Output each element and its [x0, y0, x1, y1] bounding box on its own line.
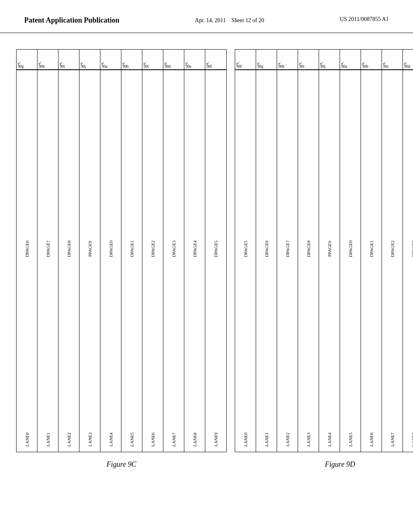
- col-lane-label: LANE2: [58, 428, 79, 452]
- col-id-label: 90g↙: [256, 50, 277, 70]
- col-lane-label: LANE9: [205, 428, 226, 452]
- col-lane-label: LANE3: [79, 428, 100, 452]
- col-id-label: 90h↙: [277, 50, 298, 70]
- col-dpage-label: DPAGE0: [100, 70, 121, 428]
- diagram-col: 90c↙DPAGE2LANE6: [142, 50, 163, 452]
- col-lane-label: LANE5: [121, 428, 142, 452]
- col-lane-label: LANE1: [38, 428, 58, 452]
- col-dpage-label: DPAGE7: [277, 70, 298, 428]
- figure-9d-label: Figure 9D: [325, 460, 355, 469]
- col-lane-label: LANE1: [256, 428, 277, 452]
- diagram-col: 90e↙DPAGE4LANE8: [184, 50, 205, 452]
- col-id-label: 90g↙: [17, 50, 37, 70]
- col-lane-label: LANE8: [403, 428, 413, 452]
- col-id-label: 90e↙: [184, 50, 205, 70]
- sheet-info: Sheet 12 of 20: [232, 17, 264, 23]
- col-id-label: 90c↙: [142, 50, 163, 70]
- figure-9c-diagram: 90g↙DPAGE6LANE090h↙DPAGE7LANE190i↙DPAGE8…: [16, 49, 227, 452]
- col-dpage-label: PPAGE9: [319, 70, 340, 428]
- col-id-label: 90d↙: [163, 50, 184, 70]
- diagram-col: 90a↙DPAGE0LANE5: [340, 50, 361, 452]
- col-dpage-label: DPAGE8: [58, 70, 79, 428]
- col-id-label: 90j↙: [319, 50, 340, 70]
- col-lane-label: LANE3: [298, 428, 319, 452]
- col-dpage-label: DPAGE3: [403, 70, 413, 428]
- diagram-col: 90j↙PPAGE9LANE4: [319, 50, 340, 452]
- diagram-col: 90f↙DPAGE5LANE9: [205, 50, 226, 452]
- diagram-col: 90g↙DPAGE6LANE1: [256, 50, 277, 452]
- col-id-label: 90f↙: [205, 50, 226, 70]
- col-dpage-label: DPAGE6: [17, 70, 37, 428]
- diagram-col: 90b↙DPAGE1LANE5: [121, 50, 142, 452]
- col-dpage-label: DPAGE2: [382, 70, 403, 428]
- figure-9d-container: 90f↙DPAGE5LANE090g↙DPAGE6LANE190h↙DPAGE7…: [235, 49, 413, 501]
- col-id-label: 90b↙: [121, 50, 142, 70]
- diagram-col: 90d↙DPAGE3LANE7: [163, 50, 184, 452]
- col-id-label: 90f↙: [235, 50, 256, 70]
- col-dpage-label: DPAGE4: [184, 70, 205, 428]
- col-dpage-label: DPAGE6: [256, 70, 277, 428]
- col-lane-label: LANE7: [163, 428, 184, 452]
- main-content: 90g↙DPAGE6LANE090h↙DPAGE7LANE190i↙DPAGE8…: [0, 33, 413, 517]
- col-id-label: 90h↙: [38, 50, 58, 70]
- publication-info: Apr. 14, 2011 Sheet 12 of 20: [195, 16, 264, 25]
- col-dpage-label: DPAGE1: [121, 70, 142, 428]
- figure-9c-label: Figure 9C: [106, 460, 136, 469]
- pub-date: Apr. 14, 2011: [195, 17, 225, 23]
- col-dpage-label: PPAGE9: [79, 70, 100, 428]
- col-id-label: 90a↙: [100, 50, 121, 70]
- col-id-label: 90i↙: [298, 50, 319, 70]
- diagram-col: 90b↙DPAGE1LANE6: [361, 50, 382, 452]
- diagram-col: 90j↙PPAGE9LANE3: [79, 50, 100, 452]
- col-dpage-label: DPAGE5: [235, 70, 256, 428]
- publication-title: Patent Application Publication: [24, 16, 119, 25]
- figure-9c-container: 90g↙DPAGE6LANE090h↙DPAGE7LANE190i↙DPAGE8…: [16, 49, 227, 501]
- col-lane-label: LANE7: [382, 428, 403, 452]
- diagram-col: 90g↙DPAGE6LANE0: [17, 50, 38, 452]
- col-dpage-label: DPAGE0: [340, 70, 361, 428]
- diagram-col: 90i↙DPAGE8LANE2: [58, 50, 79, 452]
- col-id-label: 90c↙: [382, 50, 403, 70]
- diagram-col: 90f↙DPAGE5LANE0: [235, 50, 256, 452]
- col-dpage-label: DPAGE7: [38, 70, 58, 428]
- col-dpage-label: DPAGE3: [163, 70, 184, 428]
- figure-9d-diagram: 90f↙DPAGE5LANE090g↙DPAGE6LANE190h↙DPAGE7…: [235, 49, 413, 452]
- col-lane-label: LANE0: [235, 428, 256, 452]
- col-dpage-label: DPAGE1: [361, 70, 382, 428]
- patent-number: US 2011/0087855 A1: [340, 16, 389, 23]
- diagram-col: 90h↙DPAGE7LANE2: [277, 50, 298, 452]
- col-id-label: 90d↙: [403, 50, 413, 70]
- col-lane-label: LANE4: [100, 428, 121, 452]
- diagram-col: 90i↙DPAGE8LANE3: [298, 50, 319, 452]
- col-id-label: 90j↙: [79, 50, 100, 70]
- col-id-label: 90i↙: [58, 50, 79, 70]
- col-lane-label: LANE5: [340, 428, 361, 452]
- col-lane-label: LANE2: [277, 428, 298, 452]
- diagram-col: 90c↙DPAGE2LANE7: [382, 50, 403, 452]
- col-lane-label: LANE8: [184, 428, 205, 452]
- col-id-label: 90b↙: [361, 50, 382, 70]
- col-dpage-label: DPAGE2: [142, 70, 163, 428]
- col-id-label: 90a↙: [340, 50, 361, 70]
- diagram-col: 90d↙DPAGE3LANE8: [403, 50, 413, 452]
- col-dpage-label: DPAGE5: [205, 70, 226, 428]
- col-lane-label: LANE0: [17, 428, 37, 452]
- diagram-col: 90h↙DPAGE7LANE1: [38, 50, 58, 452]
- col-lane-label: LANE6: [142, 428, 163, 452]
- col-dpage-label: DPAGE8: [298, 70, 319, 428]
- diagram-col: 90a↙DPAGE0LANE4: [100, 50, 121, 452]
- col-lane-label: LANE4: [319, 428, 340, 452]
- col-lane-label: LANE6: [361, 428, 382, 452]
- page-header: Patent Application Publication Apr. 14, …: [0, 0, 413, 33]
